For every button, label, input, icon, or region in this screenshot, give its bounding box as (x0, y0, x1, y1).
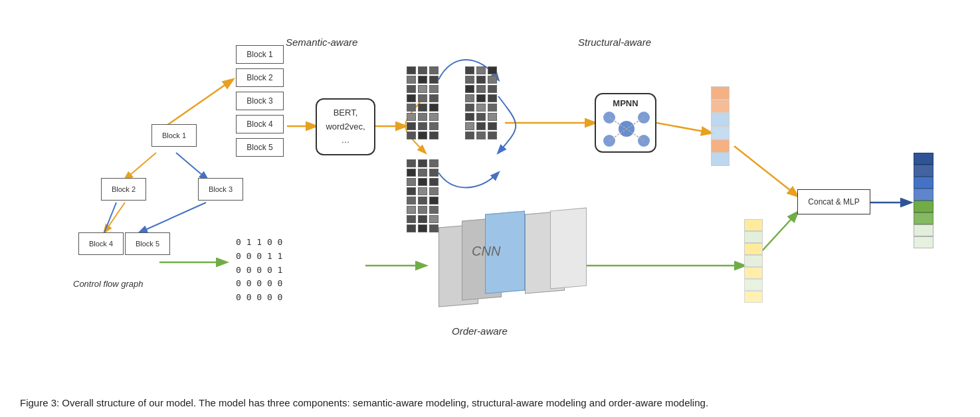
order-label: Order-aware (452, 325, 508, 337)
svg-line-1 (104, 203, 125, 232)
bert-box: BERT, word2vec, … (316, 98, 375, 155)
svg-line-5 (104, 203, 116, 232)
svg-line-10 (656, 123, 711, 133)
structural-label: Structural-aware (578, 37, 651, 48)
block-list-4: Block 4 (236, 115, 284, 133)
svg-line-0 (161, 80, 233, 129)
order-output-bars (744, 219, 763, 303)
cfg-block5: Block 5 (125, 232, 170, 255)
svg-line-14 (734, 146, 797, 196)
concat-mlp-box: Concat & MLP (797, 189, 870, 214)
bert-text-3: … (342, 133, 350, 147)
embedding-middle (465, 66, 497, 139)
cnn-layer-5 (550, 208, 587, 290)
arrows-svg (0, 0, 980, 359)
cfg-block4: Block 4 (78, 232, 124, 255)
svg-line-3 (176, 153, 207, 179)
final-output-bars (914, 153, 933, 248)
matrix: 0 1 1 0 0 0 0 0 1 1 0 0 0 0 1 0 0 0 0 0 … (236, 236, 282, 305)
structural-output-bars (711, 86, 730, 166)
embedding-bottom (407, 159, 439, 232)
cnn-label: CNN (472, 244, 500, 259)
bert-text-1: BERT, (334, 106, 358, 120)
mpnn-box: MPNN (595, 93, 656, 153)
cfg-block3: Block 3 (198, 178, 243, 201)
block-list-3: Block 3 (236, 92, 284, 110)
cfg-block2: Block 2 (101, 178, 146, 201)
matrix-row-1: 0 1 1 0 0 (236, 236, 282, 250)
svg-line-13 (761, 212, 797, 252)
matrix-row-4: 0 0 0 0 0 (236, 277, 282, 291)
block-list-1: Block 1 (236, 45, 284, 64)
block-list-2: Block 2 (236, 68, 284, 87)
cfg-block1: Block 1 (151, 124, 197, 147)
caption: Figure 3: Overall structure of our model… (20, 396, 960, 411)
cfg-label: Control flow graph (73, 279, 144, 289)
bert-text-2: word2vec, (326, 120, 365, 134)
matrix-row-3: 0 0 0 0 1 (236, 264, 282, 278)
matrix-row-5: 0 0 0 0 0 (236, 291, 282, 305)
embedding-left (407, 66, 439, 139)
matrix-row-2: 0 0 0 1 1 (236, 250, 282, 264)
semantic-label: Semantic-aware (286, 37, 357, 48)
block-list-5: Block 5 (236, 138, 284, 157)
diagram: Semantic-aware Structural-aware Order-aw… (0, 0, 980, 359)
svg-line-4 (125, 153, 156, 179)
svg-line-2 (140, 203, 206, 232)
